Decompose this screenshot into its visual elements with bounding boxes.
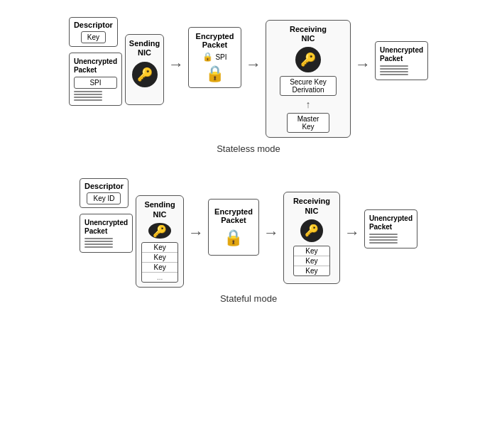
unenc-packet-left: UnencryptedPacket SPI xyxy=(69,53,122,106)
stateful-unenc-label-right: UnencryptedPacket xyxy=(369,214,413,231)
stateful-unenc-label: UnencryptedPacket xyxy=(84,219,128,236)
stateless-label: Stateless mode xyxy=(7,143,490,154)
sending-nic-title: SendingNIC xyxy=(129,39,160,58)
recv-key-row-2: Key xyxy=(294,256,329,266)
line3 xyxy=(74,97,102,98)
unenc-packet-right: UnencryptedPacket xyxy=(375,41,428,80)
master-key-box: MasterKey xyxy=(287,113,329,133)
stateless-left: Descriptor Key UnencryptedPacket SPI xyxy=(69,17,122,106)
sl2 xyxy=(84,241,113,242)
stateless-sending-nic-wrap: SendingNIC 🔑 xyxy=(125,34,164,105)
line2r xyxy=(380,68,408,70)
arrow1: → xyxy=(168,55,184,74)
stateless-diagram: Descriptor Key UnencryptedPacket SPI Sen… xyxy=(7,7,490,154)
arrow-up: ↑ xyxy=(306,99,311,109)
line1r xyxy=(380,65,408,67)
unenc-label-left: UnencryptedPacket xyxy=(74,58,117,75)
arrow3: → xyxy=(355,55,371,74)
srl4 xyxy=(369,242,398,244)
descriptor-box: Descriptor Key xyxy=(69,17,118,47)
sl4 xyxy=(84,246,113,248)
stateful-recv-key-table: Key Key Key xyxy=(293,246,330,276)
key-box: Key xyxy=(81,31,106,43)
recv-key-row-1: Key xyxy=(294,246,329,256)
stateless-recv-nic-wrap: ReceivingNIC 🔑 Secure KeyDerivation ↑ Ma… xyxy=(266,20,351,138)
stateful-recv-nic-wrap: ReceivingNIC 🔑 Key Key Key xyxy=(283,192,340,284)
stateless-receiving-nic: ReceivingNIC 🔑 Secure KeyDerivation ↑ Ma… xyxy=(266,20,351,138)
line2 xyxy=(74,94,102,95)
lock-spi-icon: 🔒 xyxy=(202,52,213,62)
enc-title: EncryptedPacket xyxy=(196,32,234,49)
recv-key-row-3: Key xyxy=(294,266,329,275)
line1 xyxy=(74,91,102,92)
stateful-descriptor-label: Descriptor xyxy=(84,182,124,190)
stateful-receiving-nic: ReceivingNIC 🔑 Key Key Key xyxy=(283,192,340,284)
stateful-sending-title: SendingNIC xyxy=(144,200,175,219)
key-row-dots: ... xyxy=(142,273,178,282)
stateful-diagram: Descriptor Key ID UnencryptedPacket Send… xyxy=(7,168,490,304)
srl1 xyxy=(369,234,398,235)
stateful-recv-title: ReceivingNIC xyxy=(293,197,330,215)
sending-key-icon: 🔑 xyxy=(132,62,158,87)
recv-key-icon: 🔑 xyxy=(295,47,321,72)
key-row-3: Key xyxy=(142,263,178,273)
data-lines-right xyxy=(380,65,408,75)
spi-box: SPI xyxy=(74,77,117,89)
stateful-encrypted-packet: EncryptedPacket 🔒 xyxy=(208,199,259,256)
data-lines xyxy=(74,91,102,101)
srl3 xyxy=(369,239,398,241)
stateful-sending-nic: SendingNIC 🔑 Key Key Key ... xyxy=(136,195,184,288)
stateful-sending-key: 🔑 xyxy=(148,223,171,239)
recv-nic-title: ReceivingNIC xyxy=(290,25,327,43)
stateful-label: Stateful mode xyxy=(7,293,490,304)
stateful-arrow1: → xyxy=(188,224,204,242)
arrow2: → xyxy=(246,55,261,74)
line3r xyxy=(380,71,408,72)
stateful-sending-nic-wrap: SendingNIC 🔑 Key Key Key ... xyxy=(136,195,184,288)
descriptor-label: Descriptor xyxy=(74,21,113,29)
stateful-enc-title: EncryptedPacket xyxy=(214,207,253,224)
line4 xyxy=(74,99,102,101)
stateful-recv-key: 🔑 xyxy=(300,219,323,242)
stateful-arrow3: → xyxy=(344,224,360,242)
stateless-sending-nic: SendingNIC 🔑 xyxy=(125,34,164,105)
spi-row: 🔒 SPI xyxy=(202,52,226,62)
key-row-2: Key xyxy=(142,253,178,263)
stateful-unenc-left: UnencryptedPacket xyxy=(80,214,133,253)
key-row-1: Key xyxy=(142,243,178,253)
stateful-lock-icon: 🔒 xyxy=(224,229,243,247)
srl2 xyxy=(369,236,398,238)
stateful-left: Descriptor Key ID UnencryptedPacket xyxy=(80,178,133,253)
stateful-descriptor-box: Descriptor Key ID xyxy=(80,178,129,208)
stateful-key-table: Key Key Key ... xyxy=(141,242,178,283)
secure-key-box: Secure KeyDerivation xyxy=(280,76,337,96)
stateful-data-lines-right xyxy=(369,234,398,244)
stateful-data-lines xyxy=(84,238,113,248)
spi-label: SPI xyxy=(215,53,226,61)
stateful-unenc-right: UnencryptedPacket xyxy=(364,209,417,248)
line4r xyxy=(380,74,408,75)
unenc-label-right: UnencryptedPacket xyxy=(380,46,423,63)
encrypted-packet-stateless: EncryptedPacket 🔒 SPI 🔒 xyxy=(188,27,241,88)
sl3 xyxy=(84,244,113,245)
stateful-arrow2: → xyxy=(263,224,279,242)
key-id-box: Key ID xyxy=(87,192,121,204)
sl1 xyxy=(84,238,113,239)
lock-icon: 🔒 xyxy=(205,65,224,83)
